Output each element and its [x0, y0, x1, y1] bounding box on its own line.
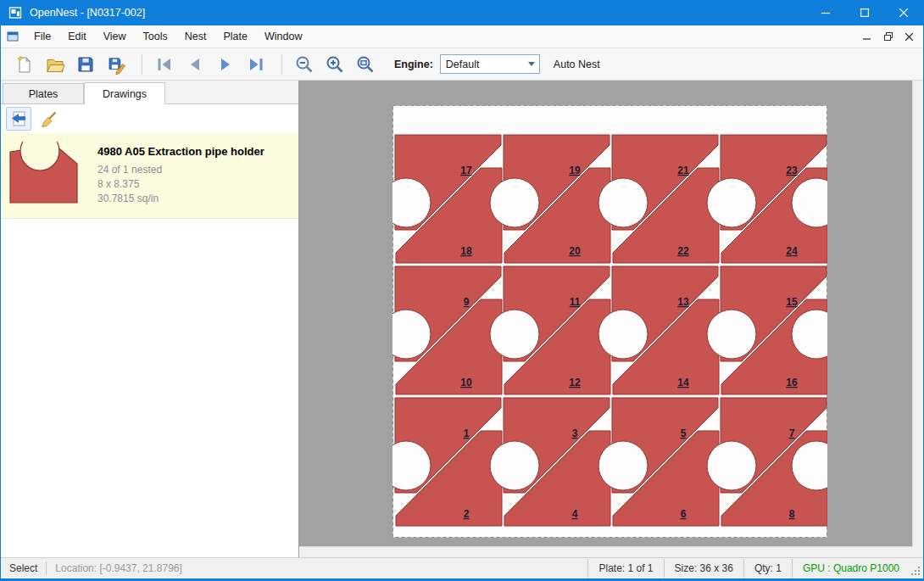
- document-icon: [6, 30, 19, 43]
- main-area: Plates Drawings: [1, 81, 923, 557]
- go-previous-icon: [185, 54, 205, 75]
- status-right-group: Plate: 1 of 1 Size: 36 x 36 Qty: 1 GPU :…: [587, 558, 923, 578]
- panel-tabstrip: Plates Drawings: [1, 81, 298, 104]
- pipe-hole-cutout: [707, 178, 756, 227]
- title-bar: OpenNest - [N0317-002]: [1, 0, 923, 25]
- part-number: 20: [569, 245, 581, 257]
- close-button[interactable]: [884, 0, 923, 25]
- part-number: 14: [677, 377, 689, 388]
- plate-view[interactable]: 171819202122232491011121314151612345678: [392, 105, 827, 538]
- status-gpu: GPU : Quadro P1000: [792, 559, 910, 578]
- zoom-out-icon: [294, 54, 314, 75]
- menu-file[interactable]: File: [25, 26, 59, 47]
- part-number: 17: [460, 165, 472, 176]
- save-edit-button[interactable]: [103, 52, 130, 77]
- pipe-hole-cutout: [490, 178, 539, 227]
- pipe-hole-cutout: [490, 441, 539, 490]
- broom-icon: [39, 109, 58, 128]
- maximize-button[interactable]: [845, 0, 884, 25]
- tab-plates[interactable]: Plates: [3, 83, 84, 103]
- menu-window[interactable]: Window: [256, 26, 310, 47]
- part-number: 9: [464, 296, 470, 308]
- save-button[interactable]: [72, 52, 99, 77]
- horizontal-scrollbar[interactable]: [299, 546, 912, 557]
- drawing-list: 4980 A05 Extraction pipe holder 24 of 1 …: [1, 133, 298, 557]
- next-plate-button[interactable]: [212, 52, 239, 77]
- zoom-in-icon: [325, 54, 345, 75]
- toolbar-separator: [281, 54, 282, 75]
- go-first-icon: [154, 54, 175, 75]
- save-edit-icon: [106, 54, 126, 75]
- parts-panel: Plates Drawings: [1, 81, 299, 557]
- part-number: 6: [681, 508, 687, 520]
- part-number: 8: [789, 508, 795, 520]
- engine-select[interactable]: Default: [440, 54, 540, 74]
- drawing-item-size: 8 x 8.375: [97, 177, 264, 192]
- pipe-hole-cutout: [598, 310, 648, 359]
- new-file-icon: [14, 54, 35, 75]
- part-number: 10: [460, 377, 472, 388]
- part-number: 5: [681, 427, 687, 439]
- part-number: 12: [569, 377, 581, 388]
- pipe-hole-cutout: [598, 441, 648, 490]
- part-number: 4: [572, 508, 578, 520]
- tab-drawings[interactable]: Drawings: [84, 82, 165, 104]
- menu-plate[interactable]: Plate: [214, 26, 256, 47]
- part-number: 21: [677, 165, 689, 176]
- open-button[interactable]: [42, 52, 69, 77]
- app-window: OpenNest - [N0317-002] File Edit View To…: [0, 0, 924, 581]
- return-part-button[interactable]: [6, 107, 31, 131]
- zoom-in-button[interactable]: [321, 52, 348, 77]
- pipe-hole-cutout: [598, 178, 648, 227]
- menu-nest[interactable]: Nest: [176, 26, 215, 47]
- drawing-item-area: 30.7815 sq/in: [97, 192, 264, 206]
- mdi-restore-button[interactable]: [877, 28, 899, 45]
- status-location: Location: [-0.9437, 21.8796]: [47, 562, 190, 574]
- part-number: 19: [569, 165, 581, 176]
- drawing-list-item[interactable]: 4980 A05 Extraction pipe holder 24 of 1 …: [1, 133, 298, 219]
- status-mode: Select: [1, 562, 46, 574]
- drawing-item-meta: 4980 A05 Extraction pipe holder 24 of 1 …: [97, 142, 264, 206]
- part-number: 18: [460, 245, 472, 257]
- mdi-close-button[interactable]: [899, 28, 920, 45]
- menu-bar: File Edit View Tools Nest Plate Window: [1, 25, 923, 48]
- open-folder-icon: [45, 54, 65, 75]
- return-arrow-icon: [9, 109, 28, 128]
- first-plate-button[interactable]: [151, 52, 178, 77]
- mdi-minimize-button[interactable]: [856, 28, 877, 45]
- part-number: 15: [786, 296, 798, 308]
- part-number: 16: [786, 377, 798, 388]
- menu-tools[interactable]: Tools: [135, 26, 176, 47]
- drawing-item-title: 4980 A05 Extraction pipe holder: [97, 145, 264, 158]
- auto-nest-label[interactable]: Auto Nest: [554, 59, 600, 70]
- vertical-scrollbar[interactable]: [912, 81, 923, 546]
- drawing-item-nested-count: 24 of 1 nested: [97, 163, 264, 177]
- new-file-button[interactable]: [11, 52, 38, 77]
- window-controls: [806, 0, 923, 25]
- scrollbar-corner: [912, 546, 923, 557]
- zoom-fit-icon: [355, 54, 376, 75]
- menu-edit[interactable]: Edit: [59, 26, 95, 47]
- window-title: OpenNest - [N0317-002]: [30, 7, 806, 19]
- menu-view[interactable]: View: [95, 26, 135, 47]
- clean-parts-button[interactable]: [36, 108, 60, 130]
- main-toolbar: Engine: Default Auto Nest: [1, 48, 923, 81]
- minimize-button[interactable]: [806, 0, 845, 25]
- nest-canvas[interactable]: 171819202122232491011121314151612345678: [299, 81, 923, 557]
- toolbar-separator: [142, 54, 142, 75]
- part-number: 22: [677, 245, 689, 257]
- zoom-fit-button[interactable]: [352, 52, 379, 77]
- part-number: 1: [464, 427, 470, 439]
- chevron-down-icon[interactable]: [524, 62, 539, 66]
- pipe-hole-cutout: [490, 310, 539, 359]
- go-last-icon: [246, 54, 266, 75]
- zoom-out-button[interactable]: [291, 52, 318, 77]
- status-qty: Qty: 1: [743, 559, 792, 578]
- previous-plate-button[interactable]: [181, 52, 209, 77]
- pipe-hole-cutout: [707, 441, 756, 490]
- last-plate-button[interactable]: [242, 52, 270, 77]
- status-bar: Select Location: [-0.9437, 21.8796] Plat…: [1, 557, 923, 578]
- part-number: 2: [464, 508, 470, 520]
- app-icon: [8, 6, 22, 20]
- resize-grip[interactable]: [910, 565, 921, 577]
